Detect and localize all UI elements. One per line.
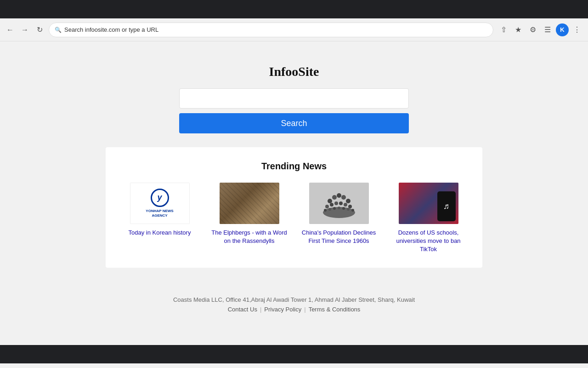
svg-point-14	[333, 207, 336, 210]
svg-point-5	[346, 199, 351, 203]
contact-link[interactable]: Contact Us	[228, 306, 257, 313]
elphbergs-thumbnail	[220, 183, 279, 224]
extensions-button[interactable]: ⚙	[526, 23, 539, 36]
svg-point-17	[347, 208, 350, 211]
yonhap-circle: y	[151, 189, 169, 207]
search-icon: 🔍	[55, 27, 62, 33]
news-link-elphbergs[interactable]: The Elphbergs - with a Word on the Rasse…	[209, 229, 289, 245]
svg-point-4	[341, 195, 346, 200]
news-item-tiktok: ♬ Dozens of US schools, universities mov…	[388, 183, 469, 254]
svg-point-18	[351, 209, 354, 212]
page-body: InfooSite Search Trending News y YONHAP …	[0, 41, 588, 345]
news-image-elphbergs	[220, 183, 279, 224]
news-link-yonhap[interactable]: Today in Korean history	[129, 229, 191, 237]
news-link-tiktok[interactable]: Dozens of US schools, universities move …	[388, 229, 469, 254]
svg-point-12	[324, 209, 327, 212]
svg-point-16	[342, 207, 345, 210]
trending-title: Trending News	[119, 161, 469, 172]
crowd-svg	[321, 187, 357, 219]
svg-point-8	[334, 201, 338, 205]
news-grid: y YONHAP NEWSAGENCY Today in Korean hist…	[119, 183, 469, 254]
footer-sep-1: |	[260, 306, 261, 313]
search-input[interactable]	[179, 88, 409, 109]
browser-nav-bar: ← → ↻ 🔍 Search infoosite.com or type a U…	[0, 18, 588, 41]
svg-point-3	[337, 193, 341, 198]
page-footer: Coasts Media LLC, Office 41,Abraj Al Awa…	[164, 287, 424, 322]
svg-point-15	[338, 207, 340, 209]
news-item-elphbergs: The Elphbergs - with a Word on the Rasse…	[209, 183, 289, 254]
sidebar-button[interactable]: ☰	[541, 23, 554, 36]
news-image-china	[309, 183, 369, 224]
forward-button[interactable]: →	[19, 24, 30, 35]
more-button[interactable]: ⋮	[571, 23, 583, 36]
china-thumbnail	[309, 183, 369, 224]
yonhap-logo-image: y YONHAP NEWSAGENCY	[130, 183, 190, 224]
address-text: Search infoosite.com or type a URL	[64, 26, 158, 33]
svg-point-11	[348, 205, 352, 208]
search-container: Search	[179, 88, 409, 133]
browser-footer-bar	[0, 345, 588, 363]
news-image-tiktok: ♬	[399, 183, 458, 224]
nav-right-icons: ⇧ ★ ⚙ ☰ K ⋮	[497, 23, 583, 36]
bookmark-button[interactable]: ★	[512, 23, 525, 36]
svg-point-10	[344, 203, 347, 207]
privacy-link[interactable]: Privacy Policy	[264, 306, 301, 313]
svg-point-13	[328, 208, 331, 211]
yonhap-agency-text: YONHAP NEWSAGENCY	[146, 209, 173, 218]
news-image-yonhap: y YONHAP NEWSAGENCY	[130, 183, 190, 224]
share-button[interactable]: ⇧	[497, 23, 510, 36]
reload-button[interactable]: ↻	[34, 24, 45, 35]
back-button[interactable]: ←	[5, 24, 16, 35]
news-link-china[interactable]: China's Population Declines First Time S…	[299, 229, 379, 245]
svg-point-2	[332, 195, 337, 200]
site-title: InfooSite	[269, 64, 319, 79]
trending-section: Trending News y YONHAP NEWSAGENCY Today …	[106, 147, 482, 268]
footer-address: Coasts Media LLC, Office 41,Abraj Al Awa…	[173, 296, 415, 303]
profile-button[interactable]: K	[556, 23, 569, 36]
address-bar[interactable]: 🔍 Search infoosite.com or type a URL	[49, 23, 493, 37]
browser-top-bar	[0, 0, 588, 18]
svg-point-1	[328, 199, 332, 203]
main-content: InfooSite Search Trending News y YONHAP …	[96, 51, 492, 336]
svg-point-9	[339, 201, 343, 205]
search-button[interactable]: Search	[179, 113, 409, 133]
news-item-china: China's Population Declines First Time S…	[299, 183, 379, 254]
news-item-yonhap: y YONHAP NEWSAGENCY Today in Korean hist…	[119, 183, 200, 254]
svg-point-7	[330, 203, 334, 207]
svg-point-6	[325, 205, 329, 208]
phone-shape: ♬	[437, 191, 456, 221]
tiktok-logo-icon: ♬	[443, 201, 450, 211]
footer-sep-2: |	[304, 306, 305, 313]
terms-link[interactable]: Terms & Conditions	[309, 306, 361, 313]
tiktok-thumbnail: ♬	[399, 183, 458, 224]
footer-links: Contact Us | Privacy Policy | Terms & Co…	[173, 306, 415, 313]
